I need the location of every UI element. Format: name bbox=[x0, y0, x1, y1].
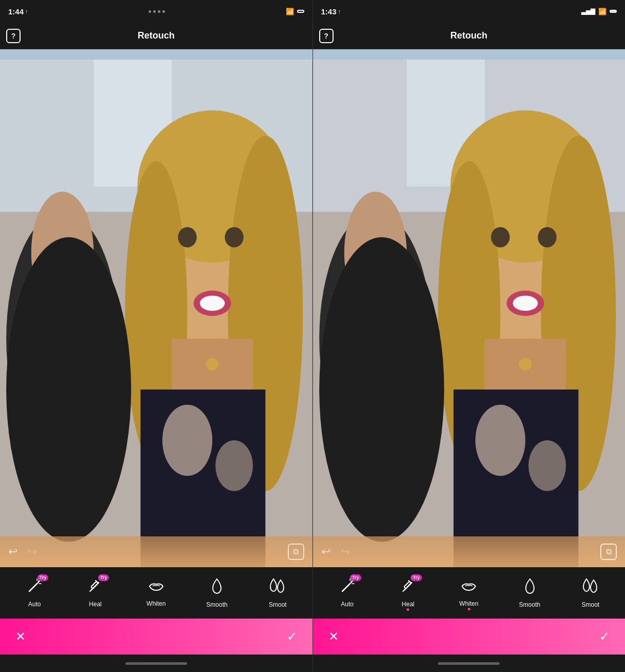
tool-heal-right[interactable]: Try Heal bbox=[378, 574, 438, 612]
sub-nav-right bbox=[313, 49, 626, 60]
wifi-icon-right: 📶 bbox=[598, 8, 606, 15]
nav-title-left: Retouch bbox=[138, 30, 175, 41]
tool-label-whiten-left: Whiten bbox=[146, 600, 166, 607]
status-bar-left: 1:44 ↑ 📶 bbox=[0, 0, 312, 23]
cancel-button-left[interactable]: ✕ bbox=[15, 629, 26, 644]
svg-point-19 bbox=[215, 440, 253, 491]
tool-smooth-right[interactable]: Smooth bbox=[499, 574, 560, 612]
tool-smooth-left[interactable]: Smooth bbox=[187, 574, 247, 612]
syringe-icon-right: Try bbox=[400, 578, 416, 598]
tool-auto-right[interactable]: Try Auto bbox=[317, 574, 378, 612]
tool-heal-left[interactable]: Try Heal bbox=[65, 574, 125, 612]
svg-point-18 bbox=[162, 405, 212, 476]
status-time-left: 1:44 ↑ bbox=[8, 7, 28, 16]
tool-label-smooth-left: Smooth bbox=[206, 601, 227, 608]
svg-point-15 bbox=[200, 295, 225, 311]
tool-whiten-left[interactable]: Whiten bbox=[126, 575, 187, 611]
svg-line-22 bbox=[29, 584, 37, 591]
tools-bar-left: Try Auto Try Heal bbox=[0, 567, 312, 619]
action-bar-right: ✕ ✓ bbox=[313, 619, 626, 655]
svg-point-20 bbox=[206, 358, 219, 370]
undo-button-left[interactable]: ↩ bbox=[8, 545, 17, 558]
svg-point-50 bbox=[528, 440, 566, 491]
photo-area-left[interactable]: ↩ ↪ ⧉ bbox=[0, 60, 312, 567]
confirm-button-right[interactable]: ✓ bbox=[599, 629, 610, 644]
tool-auto-left[interactable]: Try Auto bbox=[4, 574, 65, 612]
help-button-left[interactable]: ? bbox=[6, 29, 21, 43]
location-arrow-right: ↑ bbox=[338, 8, 341, 14]
tool-smooth2-right[interactable]: Smoot bbox=[560, 574, 621, 612]
status-icons-right: ▃▅▇ 📶 bbox=[581, 8, 617, 15]
wand-icon-right: Try bbox=[340, 578, 355, 598]
syringe-icon-left: Try bbox=[87, 578, 103, 598]
try-badge-heal-right: Try bbox=[411, 574, 422, 581]
photo-placeholder-left bbox=[0, 60, 312, 567]
wand-icon-left: Try bbox=[27, 578, 42, 598]
battery-icon-right bbox=[610, 10, 617, 13]
signal-icon-right: ▃▅▇ bbox=[581, 8, 595, 15]
home-bar-right bbox=[438, 662, 500, 665]
photo-controls-right: ↩ ↪ ⧉ bbox=[313, 536, 626, 567]
home-indicator-left bbox=[0, 655, 312, 672]
try-badge-auto-right: Try bbox=[350, 574, 361, 581]
svg-point-46 bbox=[512, 295, 538, 311]
nav-bar-left: ? Retouch bbox=[0, 23, 312, 49]
redo-button-right[interactable]: ↪ bbox=[341, 545, 350, 558]
drops-icon-left bbox=[268, 578, 287, 598]
whiten-dot-right bbox=[468, 608, 470, 610]
tool-whiten-right[interactable]: Whiten bbox=[438, 575, 499, 611]
tool-label-smooth2-right: Smoot bbox=[581, 601, 599, 608]
tool-label-heal-right: Heal bbox=[402, 601, 415, 608]
tool-label-heal-left: Heal bbox=[89, 601, 102, 608]
battery-icon-left bbox=[297, 10, 304, 13]
wifi-icon-left: 📶 bbox=[286, 8, 294, 15]
undo-button-right[interactable]: ↩ bbox=[321, 545, 330, 558]
action-bar-left: ✕ ✓ bbox=[0, 619, 312, 655]
try-badge-heal-left: Try bbox=[98, 574, 109, 581]
tool-label-smooth-right: Smooth bbox=[519, 601, 540, 608]
svg-line-29 bbox=[90, 590, 91, 591]
svg-point-52 bbox=[319, 237, 444, 542]
svg-point-44 bbox=[538, 227, 556, 248]
svg-point-49 bbox=[475, 405, 525, 476]
lips-icon-left bbox=[148, 579, 165, 597]
help-button-right[interactable]: ? bbox=[319, 29, 334, 43]
tool-smooth2-left[interactable]: Smoot bbox=[247, 574, 308, 612]
screen-right: 1:43 ↑ ▃▅▇ 📶 ? Retouch bbox=[313, 0, 626, 672]
home-bar-left bbox=[125, 662, 187, 665]
drop-icon-left bbox=[210, 578, 224, 598]
redo-button-left[interactable]: ↪ bbox=[28, 545, 37, 558]
sub-nav-left bbox=[0, 49, 312, 60]
photo-controls-left: ↩ ↪ ⧉ bbox=[0, 536, 312, 567]
nav-bar-right: ? Retouch bbox=[313, 23, 626, 49]
try-badge-auto-left: Try bbox=[38, 574, 49, 581]
tool-label-whiten-right: Whiten bbox=[459, 600, 479, 607]
copy-button-right[interactable]: ⧉ bbox=[600, 544, 617, 560]
drop-icon-right bbox=[523, 578, 537, 598]
svg-point-43 bbox=[491, 227, 509, 248]
tools-bar-right: Try Auto Try Heal bbox=[313, 567, 626, 619]
svg-point-51 bbox=[519, 358, 531, 370]
home-indicator-right bbox=[313, 655, 626, 672]
tool-label-smooth2-left: Smoot bbox=[269, 601, 287, 608]
lips-icon-right bbox=[460, 579, 477, 597]
drops-icon-right bbox=[581, 578, 600, 598]
status-bar-right: 1:43 ↑ ▃▅▇ 📶 bbox=[313, 0, 626, 23]
status-time-right: 1:43 ↑ bbox=[321, 7, 341, 16]
photo-placeholder-right bbox=[313, 60, 626, 567]
cancel-button-right[interactable]: ✕ bbox=[328, 629, 339, 644]
photo-area-right[interactable]: ↩ ↪ ⧉ bbox=[313, 60, 626, 567]
svg-point-21 bbox=[6, 237, 131, 542]
tool-label-auto-right: Auto bbox=[341, 601, 354, 608]
copy-button-left[interactable]: ⧉ bbox=[288, 544, 304, 560]
svg-point-13 bbox=[225, 227, 243, 248]
svg-point-12 bbox=[178, 227, 196, 248]
confirm-button-left[interactable]: ✓ bbox=[287, 629, 297, 644]
svg-line-60 bbox=[403, 590, 405, 591]
center-dots-left bbox=[28, 10, 286, 13]
tool-label-auto-left: Auto bbox=[28, 601, 41, 608]
status-icons-left: 📶 bbox=[286, 8, 304, 15]
heal-dot-right bbox=[407, 608, 409, 611]
nav-title-right: Retouch bbox=[450, 30, 487, 41]
screen-left: 1:44 ↑ 📶 ? Retouch bbox=[0, 0, 313, 672]
